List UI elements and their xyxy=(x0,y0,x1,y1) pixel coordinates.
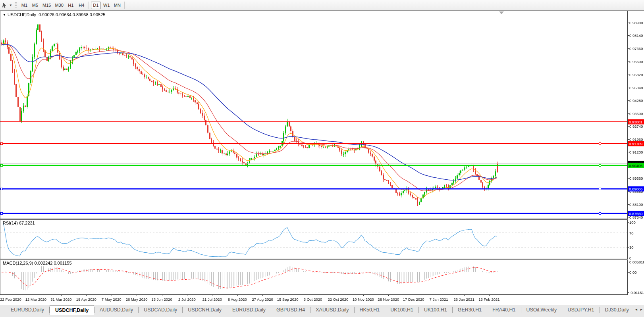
price-axis-tick: 0.98140 xyxy=(629,33,644,38)
chart-tab-dj30-daily[interactable]: DJ30,Daily xyxy=(600,305,634,315)
price-axis-tick: 0.96600 xyxy=(629,59,644,63)
hline-price-label: 0.90406 xyxy=(628,163,644,168)
chart-tab-usoil-weekly[interactable]: USOil,Weekly xyxy=(521,305,562,315)
price-axis-tick: 0.89660 xyxy=(629,176,644,180)
rsi-axis-tick: 100 xyxy=(629,220,644,225)
rsi-axis-tick: 30 xyxy=(629,245,644,250)
price-axis-tick: 0.93500 xyxy=(629,111,644,116)
chart-tab-audusd-daily[interactable]: AUDUSD,Daily xyxy=(94,305,138,315)
chart-tab-fra40-h1[interactable]: FRA40,H1 xyxy=(487,305,521,315)
toolbar-grip[interactable] xyxy=(15,2,17,8)
chart-tab-hk50-h1[interactable]: HK50,H1 xyxy=(355,305,385,315)
chart-tab-usdjpy-h1[interactable]: USDJPY,H1 xyxy=(562,305,599,315)
crosshair-cursor-icon[interactable] xyxy=(0,2,8,9)
chart-tab-usdchf-daily[interactable]: USDCHF,Daily xyxy=(50,305,94,315)
macd-main-value: 0.002242 xyxy=(34,261,52,265)
date-axis-label: 28 Nov 2020 xyxy=(378,297,399,302)
chart-shift-marker-icon[interactable] xyxy=(499,12,504,14)
timeframe-button-m15[interactable]: M15 xyxy=(41,2,52,9)
timeframe-button-h4[interactable]: H4 xyxy=(77,2,87,9)
toolbar-separator xyxy=(89,2,89,9)
price-axis-tick: 0.92740 xyxy=(629,124,644,129)
chevron-down-icon[interactable]: ▼ xyxy=(8,4,13,7)
date-axis-label: 15 Sep 2020 xyxy=(277,297,299,302)
date-axis-label: 26 May 2020 xyxy=(126,297,148,302)
macd-label: MACD(12,26,9) 0.002242 0.001155 xyxy=(3,261,72,265)
chart-tab-usdcnh-daily[interactable]: USDCNH,Daily xyxy=(183,305,227,315)
timeframe-button-h1[interactable]: H1 xyxy=(66,2,76,9)
macd-axis-tick: 0.005818 xyxy=(629,260,644,264)
date-axis-label: 7 May 2020 xyxy=(102,297,121,302)
macd-signal-value: 0.001155 xyxy=(54,261,71,265)
timeframe-buttons: M1M5M15M30H1H4D1W1MN xyxy=(19,2,126,9)
rsi-value: 67.2231 xyxy=(19,221,35,225)
date-axis-label: 22 Oct 2020 xyxy=(328,297,349,302)
chart-tab-eurusd-daily[interactable]: EURUSD,Daily xyxy=(227,305,271,315)
date-axis-label: 22 Feb 2020 xyxy=(0,297,21,302)
date-axis-label: 10 Nov 2020 xyxy=(353,297,374,302)
date-axis-label: 8 Aug 2020 xyxy=(228,297,247,302)
tabs-scroll-right-button[interactable]: ► xyxy=(639,306,644,313)
rsi-axis-tick: 70 xyxy=(629,231,644,235)
hline-price-label: 0.91709 xyxy=(628,141,644,146)
chart-tab-ger30-h1[interactable]: GER30,H1 xyxy=(453,305,487,315)
date-axis-label: 26 Jan 2021 xyxy=(453,297,474,302)
chart-tab-bar: EURUSD,DailyUSDCHF,DailyAUDUSD,DailyUSDC… xyxy=(0,305,644,317)
chart-tab-uk100-h1[interactable]: UK100,H1 xyxy=(419,305,452,315)
date-axis-label: 17 Dec 2020 xyxy=(403,297,424,302)
date-axis-label: 13 Feb 2021 xyxy=(478,297,499,302)
date-axis-label: 12 Mar 2020 xyxy=(25,297,46,302)
rsi-label: RSI(14) 67.2231 xyxy=(3,221,35,225)
date-axis-label: 27 Aug 2020 xyxy=(252,297,273,302)
timeframe-button-m5[interactable]: M5 xyxy=(30,2,40,9)
date-axis-label: 3 Oct 2020 xyxy=(304,297,322,302)
timeframe-button-d1[interactable]: D1 xyxy=(91,2,101,9)
date-axis-label: 21 Jul 2020 xyxy=(202,297,222,302)
chart-title: ▼USDCHF,Daily 0.90026 0.90634 0.89968 0.… xyxy=(3,12,105,17)
chart-symbol-label: USDCHF,Daily xyxy=(8,12,36,17)
chart-tab-gbpusd-h4[interactable]: GBPUSD,H4 xyxy=(271,305,310,315)
price-axis-tick: 0.91200 xyxy=(629,150,644,154)
timeframe-button-m1[interactable]: M1 xyxy=(19,2,29,9)
date-axis-label: 7 Jan 2021 xyxy=(430,297,448,302)
date-axis-label: 2 Jul 2020 xyxy=(178,297,196,302)
toolbar-separator xyxy=(124,2,125,9)
chart-ohlc-values: 0.90026 0.90634 0.89968 0.90525 xyxy=(39,12,105,17)
timeframe-button-w1[interactable]: W1 xyxy=(102,2,112,9)
chart-canvas[interactable] xyxy=(0,0,644,317)
date-axis-label: 31 Mar 2020 xyxy=(50,297,71,302)
date-axis-label: 18 Apr 2020 xyxy=(76,297,96,302)
timeframe-button-m30[interactable]: M30 xyxy=(53,2,65,9)
collapse-triangle-icon[interactable]: ▼ xyxy=(3,13,6,17)
price-axis-tick: 0.95040 xyxy=(629,85,644,90)
hline-price-label: 0.89006 xyxy=(628,186,644,192)
price-axis-tick: 0.95820 xyxy=(629,72,644,77)
chart-tab-usdcad-daily[interactable]: USDCAD,Daily xyxy=(139,305,182,315)
timeframe-button-mn[interactable]: MN xyxy=(112,2,122,9)
chart-tab-eurusd-daily[interactable]: EURUSD,Daily xyxy=(6,305,49,315)
macd-axis-tick: -0.011514 xyxy=(629,290,644,295)
date-axis-label: 13 Jun 2020 xyxy=(151,297,172,302)
macd-axis-tick: 0.00 xyxy=(629,270,644,275)
hline-price-label: 0.93001 xyxy=(628,119,644,125)
mt4-window: ▼ M1M5M15M30H1H4D1W1MN ▼USDCHF,Daily 0.9… xyxy=(0,0,644,317)
price-axis-tick: 0.97360 xyxy=(629,46,644,51)
chart-tab-uk100-h1[interactable]: UK100,H1 xyxy=(385,305,418,315)
tabs-scroll-left-button[interactable]: ◄ xyxy=(634,306,639,313)
hline-price-label: 0.87560 xyxy=(628,211,644,216)
timeframe-toolbar: ▼ M1M5M15M30H1H4D1W1MN xyxy=(0,0,644,11)
chart-tab-xauusd-daily[interactable]: XAUUSD,Daily xyxy=(310,305,354,315)
price-axis-tick: 0.98900 xyxy=(629,21,644,25)
price-axis-tick: 0.94280 xyxy=(629,98,644,102)
price-axis-tick: 0.88100 xyxy=(629,202,644,206)
